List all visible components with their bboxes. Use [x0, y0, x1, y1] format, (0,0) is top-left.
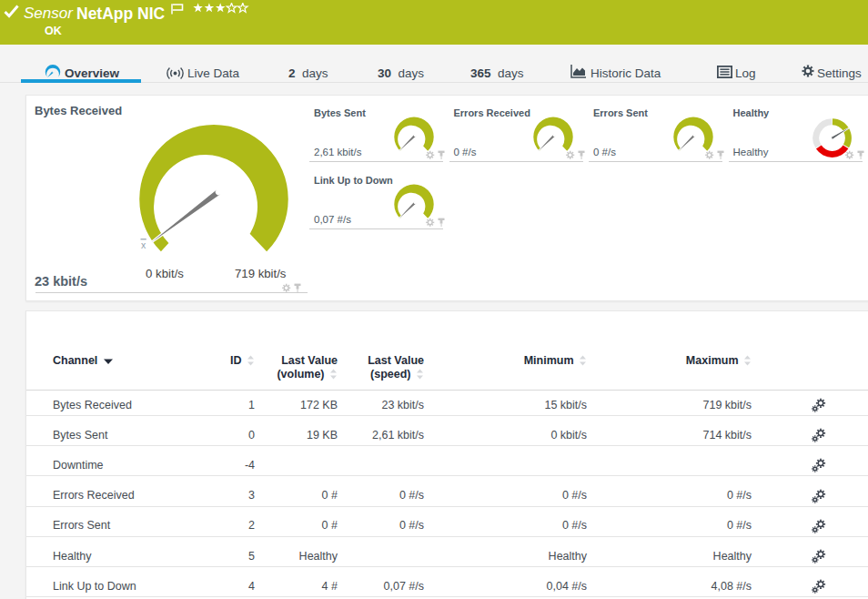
svg-text:x: x: [141, 239, 146, 250]
